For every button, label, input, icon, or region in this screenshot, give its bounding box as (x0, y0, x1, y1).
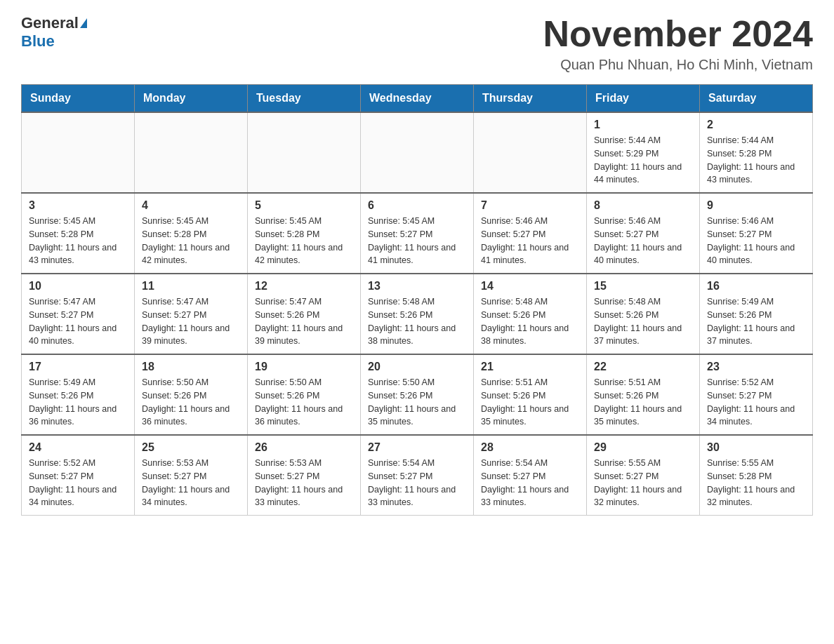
calendar-cell-33: 29Sunrise: 5:55 AM Sunset: 5:27 PM Dayli… (587, 435, 700, 516)
week-row-1: 1Sunrise: 5:44 AM Sunset: 5:29 PM Daylig… (22, 112, 813, 193)
logo-triangle-icon (80, 18, 87, 28)
day-info: Sunrise: 5:46 AM Sunset: 5:27 PM Dayligh… (594, 215, 692, 267)
day-number: 30 (707, 441, 805, 454)
day-info: Sunrise: 5:49 AM Sunset: 5:26 PM Dayligh… (707, 295, 805, 348)
weekday-header-friday: Friday (587, 85, 700, 113)
calendar-cell-23: 19Sunrise: 5:50 AM Sunset: 5:26 PM Dayli… (248, 354, 361, 435)
calendar-cell-18: 14Sunrise: 5:48 AM Sunset: 5:26 PM Dayli… (474, 274, 587, 354)
day-info: Sunrise: 5:55 AM Sunset: 5:28 PM Dayligh… (707, 457, 805, 509)
day-info: Sunrise: 5:44 AM Sunset: 5:29 PM Dayligh… (594, 134, 692, 187)
calendar-cell-2 (248, 112, 361, 193)
day-info: Sunrise: 5:44 AM Sunset: 5:28 PM Dayligh… (707, 134, 805, 187)
day-info: Sunrise: 5:52 AM Sunset: 5:27 PM Dayligh… (707, 376, 805, 429)
day-info: Sunrise: 5:50 AM Sunset: 5:26 PM Dayligh… (255, 376, 353, 429)
calendar-cell-31: 27Sunrise: 5:54 AM Sunset: 5:27 PM Dayli… (361, 435, 474, 516)
logo-blue-text: Blue (21, 32, 55, 51)
month-title: November 2024 (543, 14, 813, 54)
day-number: 27 (368, 441, 466, 454)
day-info: Sunrise: 5:45 AM Sunset: 5:28 PM Dayligh… (142, 215, 240, 267)
day-info: Sunrise: 5:50 AM Sunset: 5:26 PM Dayligh… (142, 376, 240, 429)
day-info: Sunrise: 5:50 AM Sunset: 5:26 PM Dayligh… (368, 376, 466, 429)
logo: General Blue (21, 14, 87, 51)
day-info: Sunrise: 5:48 AM Sunset: 5:26 PM Dayligh… (481, 295, 579, 348)
day-number: 25 (142, 441, 240, 454)
day-number: 9 (707, 199, 805, 212)
day-info: Sunrise: 5:45 AM Sunset: 5:28 PM Dayligh… (255, 215, 353, 267)
calendar-cell-27: 23Sunrise: 5:52 AM Sunset: 5:27 PM Dayli… (700, 354, 813, 435)
calendar-cell-9: 5Sunrise: 5:45 AM Sunset: 5:28 PM Daylig… (248, 193, 361, 274)
day-info: Sunrise: 5:45 AM Sunset: 5:28 PM Dayligh… (29, 215, 127, 267)
calendar-cell-3 (361, 112, 474, 193)
day-number: 17 (29, 361, 127, 373)
calendar-cell-21: 17Sunrise: 5:49 AM Sunset: 5:26 PM Dayli… (22, 354, 135, 435)
day-info: Sunrise: 5:47 AM Sunset: 5:27 PM Dayligh… (142, 295, 240, 348)
day-number: 18 (142, 361, 240, 373)
weekday-header-monday: Monday (135, 85, 248, 113)
day-info: Sunrise: 5:48 AM Sunset: 5:26 PM Dayligh… (594, 295, 692, 348)
weekday-header-thursday: Thursday (474, 85, 587, 113)
calendar-cell-26: 22Sunrise: 5:51 AM Sunset: 5:26 PM Dayli… (587, 354, 700, 435)
calendar-cell-13: 9Sunrise: 5:46 AM Sunset: 5:27 PM Daylig… (700, 193, 813, 274)
calendar-table: SundayMondayTuesdayWednesdayThursdayFrid… (21, 84, 813, 516)
day-info: Sunrise: 5:52 AM Sunset: 5:27 PM Dayligh… (29, 457, 127, 509)
day-info: Sunrise: 5:45 AM Sunset: 5:27 PM Dayligh… (368, 215, 466, 267)
day-number: 19 (255, 361, 353, 373)
day-number: 2 (707, 119, 805, 131)
day-info: Sunrise: 5:53 AM Sunset: 5:27 PM Dayligh… (142, 457, 240, 509)
day-info: Sunrise: 5:46 AM Sunset: 5:27 PM Dayligh… (707, 215, 805, 267)
week-row-4: 17Sunrise: 5:49 AM Sunset: 5:26 PM Dayli… (22, 354, 813, 435)
calendar-cell-28: 24Sunrise: 5:52 AM Sunset: 5:27 PM Dayli… (22, 435, 135, 516)
calendar-cell-12: 8Sunrise: 5:46 AM Sunset: 5:27 PM Daylig… (587, 193, 700, 274)
day-number: 4 (142, 199, 240, 212)
day-number: 8 (594, 199, 692, 212)
calendar-cell-7: 3Sunrise: 5:45 AM Sunset: 5:28 PM Daylig… (22, 193, 135, 274)
calendar-cell-22: 18Sunrise: 5:50 AM Sunset: 5:26 PM Dayli… (135, 354, 248, 435)
calendar-cell-24: 20Sunrise: 5:50 AM Sunset: 5:26 PM Dayli… (361, 354, 474, 435)
calendar-cell-29: 25Sunrise: 5:53 AM Sunset: 5:27 PM Dayli… (135, 435, 248, 516)
calendar-cell-6: 2Sunrise: 5:44 AM Sunset: 5:28 PM Daylig… (700, 112, 813, 193)
day-number: 15 (594, 280, 692, 293)
day-number: 22 (594, 361, 692, 373)
day-info: Sunrise: 5:48 AM Sunset: 5:26 PM Dayligh… (368, 295, 466, 348)
calendar-cell-11: 7Sunrise: 5:46 AM Sunset: 5:27 PM Daylig… (474, 193, 587, 274)
logo-general-text: General (21, 14, 79, 32)
day-info: Sunrise: 5:47 AM Sunset: 5:26 PM Dayligh… (255, 295, 353, 348)
day-info: Sunrise: 5:54 AM Sunset: 5:27 PM Dayligh… (481, 457, 579, 509)
calendar-cell-17: 13Sunrise: 5:48 AM Sunset: 5:26 PM Dayli… (361, 274, 474, 354)
day-info: Sunrise: 5:55 AM Sunset: 5:27 PM Dayligh… (594, 457, 692, 509)
day-number: 5 (255, 199, 353, 212)
calendar-header-row: SundayMondayTuesdayWednesdayThursdayFrid… (22, 85, 813, 113)
weekday-header-sunday: Sunday (22, 85, 135, 113)
calendar-cell-15: 11Sunrise: 5:47 AM Sunset: 5:27 PM Dayli… (135, 274, 248, 354)
day-number: 13 (368, 280, 466, 293)
day-number: 10 (29, 280, 127, 293)
week-row-5: 24Sunrise: 5:52 AM Sunset: 5:27 PM Dayli… (22, 435, 813, 516)
weekday-header-tuesday: Tuesday (248, 85, 361, 113)
day-info: Sunrise: 5:53 AM Sunset: 5:27 PM Dayligh… (255, 457, 353, 509)
day-number: 11 (142, 280, 240, 293)
calendar-cell-19: 15Sunrise: 5:48 AM Sunset: 5:26 PM Dayli… (587, 274, 700, 354)
day-number: 16 (707, 280, 805, 293)
calendar-cell-14: 10Sunrise: 5:47 AM Sunset: 5:27 PM Dayli… (22, 274, 135, 354)
day-info: Sunrise: 5:47 AM Sunset: 5:27 PM Dayligh… (29, 295, 127, 348)
day-info: Sunrise: 5:51 AM Sunset: 5:26 PM Dayligh… (594, 376, 692, 429)
calendar-cell-0 (22, 112, 135, 193)
day-number: 26 (255, 441, 353, 454)
day-info: Sunrise: 5:46 AM Sunset: 5:27 PM Dayligh… (481, 215, 579, 267)
day-info: Sunrise: 5:54 AM Sunset: 5:27 PM Dayligh… (368, 457, 466, 509)
page-header: General Blue November 2024 Quan Phu Nhua… (21, 14, 813, 73)
week-row-3: 10Sunrise: 5:47 AM Sunset: 5:27 PM Dayli… (22, 274, 813, 354)
calendar-cell-25: 21Sunrise: 5:51 AM Sunset: 5:26 PM Dayli… (474, 354, 587, 435)
location-text: Quan Phu Nhuan, Ho Chi Minh, Vietnam (543, 57, 813, 73)
calendar-cell-30: 26Sunrise: 5:53 AM Sunset: 5:27 PM Dayli… (248, 435, 361, 516)
day-info: Sunrise: 5:49 AM Sunset: 5:26 PM Dayligh… (29, 376, 127, 429)
day-number: 6 (368, 199, 466, 212)
day-number: 14 (481, 280, 579, 293)
week-row-2: 3Sunrise: 5:45 AM Sunset: 5:28 PM Daylig… (22, 193, 813, 274)
calendar-cell-20: 16Sunrise: 5:49 AM Sunset: 5:26 PM Dayli… (700, 274, 813, 354)
calendar-cell-4 (474, 112, 587, 193)
day-number: 28 (481, 441, 579, 454)
weekday-header-saturday: Saturday (700, 85, 813, 113)
calendar-cell-32: 28Sunrise: 5:54 AM Sunset: 5:27 PM Dayli… (474, 435, 587, 516)
weekday-header-wednesday: Wednesday (361, 85, 474, 113)
